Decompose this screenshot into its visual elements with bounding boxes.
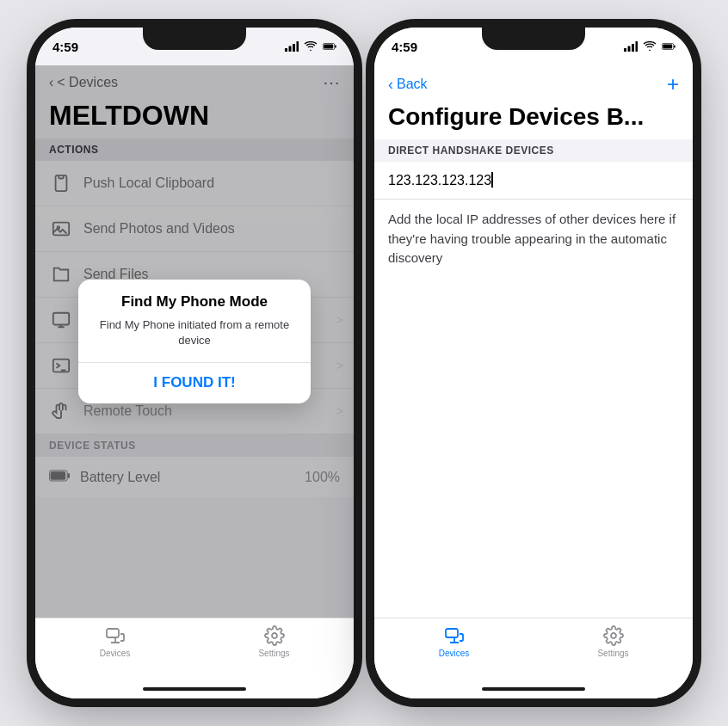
- status-bar-right: 4:59: [374, 28, 693, 65]
- right-screen: ‹ Back + Configure Devices B... DIRECT H…: [374, 65, 693, 618]
- help-text: Add the local IP addresses of other devi…: [374, 200, 693, 279]
- svg-rect-1: [289, 46, 292, 52]
- svg-rect-19: [632, 44, 634, 52]
- modal-overlay: Find My Phone Mode Find My Phone initiat…: [35, 65, 354, 618]
- status-time-left: 4:59: [52, 40, 78, 54]
- svg-rect-2: [293, 44, 295, 52]
- ip-value: 123.123.123.123: [388, 173, 491, 188]
- add-button[interactable]: +: [667, 72, 679, 96]
- left-tab-bar: Devices Settings: [35, 618, 354, 680]
- direct-handshake-header: DIRECT HANDSHAKE DEVICES: [374, 139, 693, 162]
- right-nav-bar: ‹ Back +: [374, 65, 693, 100]
- tab-devices-left[interactable]: Devices: [81, 625, 150, 658]
- left-screen: ‹ < Devices ⋯ MELTDOWN ACTIONS Push Loca…: [35, 65, 354, 618]
- status-time-right: 4:59: [392, 40, 417, 54]
- left-phone: 4:59: [35, 28, 354, 698]
- svg-rect-6: [324, 44, 333, 48]
- svg-rect-22: [674, 45, 676, 47]
- found-it-button[interactable]: I FOUND IT!: [78, 362, 311, 403]
- home-bar-right: [482, 687, 585, 691]
- back-button[interactable]: ‹ Back: [388, 76, 428, 94]
- devices-tab-icon-left: [105, 625, 126, 646]
- signal-icon: [285, 41, 299, 52]
- modal-title: Find My Phone Mode: [78, 280, 311, 314]
- tab-devices-label-right: Devices: [439, 649, 470, 658]
- svg-rect-18: [628, 46, 631, 52]
- svg-rect-23: [663, 44, 672, 48]
- find-my-phone-modal: Find My Phone Mode Find My Phone initiat…: [78, 280, 311, 404]
- status-bar-left: 4:59: [35, 28, 354, 65]
- tab-settings-right[interactable]: Settings: [579, 625, 648, 658]
- svg-point-25: [611, 633, 616, 638]
- settings-tab-icon-right: [603, 625, 624, 646]
- home-indicator-left: [35, 680, 354, 698]
- devices-tab-icon-right: [444, 625, 465, 646]
- text-cursor: [491, 172, 493, 188]
- battery-icon-right: [662, 41, 676, 52]
- tab-settings-left[interactable]: Settings: [240, 625, 309, 658]
- svg-rect-24: [446, 629, 458, 637]
- wifi-icon-right: [643, 41, 657, 52]
- svg-rect-20: [636, 41, 639, 52]
- signal-icon-right: [624, 41, 638, 52]
- home-indicator-right: [374, 680, 693, 698]
- right-tab-bar: Devices Settings: [374, 618, 693, 680]
- status-icons-right: [624, 41, 676, 52]
- tab-settings-label-right: Settings: [597, 649, 628, 658]
- tab-settings-label-left: Settings: [258, 649, 289, 658]
- home-bar-left: [143, 687, 246, 691]
- svg-rect-17: [624, 48, 626, 52]
- back-label: Back: [397, 77, 428, 92]
- back-chevron-icon: ‹: [388, 76, 393, 94]
- settings-tab-icon-left: [264, 625, 285, 646]
- tab-devices-label-left: Devices: [100, 649, 131, 658]
- svg-rect-15: [107, 629, 119, 637]
- svg-rect-0: [285, 48, 287, 52]
- tab-devices-right[interactable]: Devices: [420, 625, 489, 658]
- battery-icon-left: [323, 41, 336, 52]
- ip-input-row[interactable]: 123.123.123.123: [374, 162, 693, 200]
- right-phone: 4:59 ‹ Ba: [374, 28, 693, 698]
- svg-rect-5: [335, 45, 336, 47]
- modal-body: Find My Phone initiated from a remote de…: [78, 314, 311, 362]
- status-icons-left: [285, 41, 336, 52]
- page-title: Configure Devices B...: [374, 100, 693, 139]
- svg-rect-3: [297, 41, 299, 52]
- wifi-icon-left: [304, 41, 318, 52]
- svg-point-16: [272, 633, 277, 638]
